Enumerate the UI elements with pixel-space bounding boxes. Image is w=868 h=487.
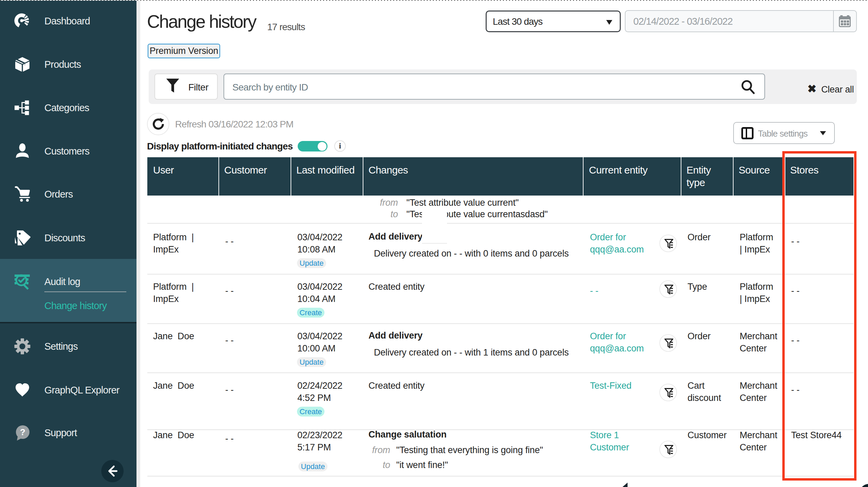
svg-text:?: ? <box>20 427 25 437</box>
